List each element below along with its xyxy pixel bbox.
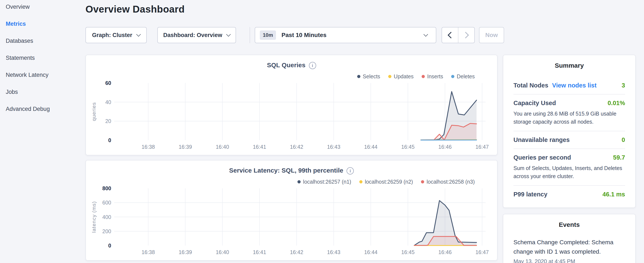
events-title: Events	[514, 221, 625, 228]
sql-queries-chart: 16:3816:3916:4016:4116:4216:4316:4416:45…	[86, 55, 498, 156]
summary-row-label: Capacity Used	[514, 100, 556, 107]
svg-text:16:42: 16:42	[290, 144, 304, 150]
svg-text:400: 400	[102, 214, 111, 220]
controls-divider	[250, 27, 250, 43]
sidebar: OverviewMetricsDatabasesStatementsNetwor…	[6, 3, 82, 122]
now-button[interactable]: Now	[479, 27, 504, 43]
chevron-down-icon	[226, 32, 231, 36]
next-time-button-disabled[interactable]	[458, 28, 474, 43]
summary-row-label: Queries per second	[514, 154, 571, 161]
dashboard-dropdown[interactable]: Dashboard: Overview	[157, 27, 236, 43]
view-nodes-list-link[interactable]: View nodes list	[552, 82, 596, 89]
summary-row-queries-per-second: Queries per second59.7Sum of Selects, Up…	[514, 149, 625, 186]
sidebar-item-overview[interactable]: Overview	[6, 3, 82, 11]
chevron-left-icon	[448, 32, 454, 38]
summary-panel: Summary Total NodesView nodes list3Capac…	[503, 55, 636, 208]
time-window-selector[interactable]: 10m Past 10 Minutes	[255, 27, 436, 43]
sidebar-item-jobs[interactable]: Jobs	[6, 88, 82, 96]
svg-text:16:39: 16:39	[178, 249, 192, 255]
time-window-badge: 10m	[260, 31, 276, 40]
sidebar-item-databases[interactable]: Databases	[6, 37, 82, 45]
summary-row-unavailable-ranges: Unavailable ranges0	[514, 131, 625, 149]
svg-text:16:47: 16:47	[476, 249, 489, 255]
svg-text:queries: queries	[91, 102, 97, 121]
summary-row-p99-latency: P99 latency46.1 ms	[514, 186, 625, 203]
time-step-button-group	[442, 27, 475, 43]
svg-text:latency (ms): latency (ms)	[91, 201, 97, 233]
graph-dropdown[interactable]: Graph: Cluster	[86, 27, 147, 43]
svg-text:16:43: 16:43	[327, 144, 340, 150]
summary-title: Summary	[514, 62, 625, 69]
summary-row-value: 0.01%	[608, 100, 625, 107]
summary-row-value: 3	[622, 82, 625, 89]
time-window-label: Past 10 Minutes	[282, 32, 424, 39]
summary-row-value: 46.1 ms	[602, 191, 625, 198]
event-timestamp: May 13, 2020 at 4:45 PM	[514, 258, 625, 263]
svg-text:40: 40	[105, 99, 111, 105]
sidebar-item-statements[interactable]: Statements	[6, 54, 82, 62]
svg-text:0: 0	[108, 242, 111, 248]
svg-text:16:38: 16:38	[142, 144, 155, 150]
svg-text:16:41: 16:41	[253, 249, 266, 255]
page: OverviewMetricsDatabasesStatementsNetwor…	[0, 0, 644, 263]
prev-time-button[interactable]	[442, 28, 458, 43]
svg-text:16:45: 16:45	[401, 249, 414, 255]
summary-row-label: P99 latency	[514, 191, 548, 198]
svg-text:20: 20	[105, 118, 111, 124]
graph-dropdown-label: Graph: Cluster	[92, 32, 132, 39]
chevron-down-icon	[424, 32, 428, 36]
svg-text:16:44: 16:44	[364, 249, 378, 255]
svg-text:16:43: 16:43	[327, 249, 340, 255]
events-list: Schema Change Completed: Schema change w…	[514, 238, 625, 263]
service-latency-chart-card: Service Latency: SQL, 99th percentilei l…	[86, 160, 498, 261]
svg-text:600: 600	[102, 200, 111, 205]
summary-row-subtext: You are using 28.6 MiB of 515.9 GiB usab…	[514, 110, 625, 126]
chevron-down-icon	[136, 32, 141, 36]
dashboard-dropdown-label: Dashboard: Overview	[163, 32, 222, 39]
service-latency-chart: 16:3816:3916:4016:4116:4216:4316:4416:45…	[86, 160, 498, 261]
svg-text:16:41: 16:41	[253, 144, 266, 150]
summary-row-value: 59.7	[613, 154, 625, 161]
sidebar-item-network-latency[interactable]: Network Latency	[6, 71, 82, 79]
summary-row-subtext: Sum of Selects, Updates, Inserts, and De…	[514, 164, 625, 180]
summary-rows: Total NodesView nodes list3Capacity Used…	[514, 77, 625, 203]
sidebar-item-advanced-debug[interactable]: Advanced Debug	[6, 105, 82, 113]
svg-text:16:38: 16:38	[142, 249, 155, 255]
svg-text:200: 200	[102, 228, 111, 234]
event-item[interactable]: Schema Change Completed: Schema change w…	[514, 238, 625, 263]
sql-queries-chart-card: SQL Queriesi SelectsUpdatesInsertsDelete…	[86, 55, 498, 155]
svg-text:16:46: 16:46	[438, 249, 452, 255]
summary-row-capacity-used: Capacity Used0.01%You are using 28.6 MiB…	[514, 95, 625, 131]
summary-row-total-nodes: Total NodesView nodes list3	[514, 77, 625, 95]
summary-row-label: Total Nodes	[514, 82, 548, 89]
svg-text:16:47: 16:47	[476, 144, 489, 150]
summary-row-value: 0	[622, 136, 625, 143]
svg-text:800: 800	[102, 185, 111, 191]
chevron-right-icon	[462, 32, 469, 38]
sidebar-item-metrics[interactable]: Metrics	[6, 20, 82, 28]
svg-text:16:39: 16:39	[178, 144, 192, 150]
svg-text:16:40: 16:40	[216, 249, 229, 255]
svg-text:16:46: 16:46	[438, 144, 452, 150]
page-title: Overview Dashboard	[86, 4, 185, 15]
svg-text:16:40: 16:40	[216, 144, 229, 150]
svg-text:0: 0	[108, 137, 111, 143]
events-panel: Events Schema Change Completed: Schema c…	[503, 214, 636, 263]
svg-text:16:44: 16:44	[364, 144, 378, 150]
event-text: Schema Change Completed: Schema change w…	[514, 238, 625, 256]
summary-row-label: Unavailable ranges	[514, 136, 570, 143]
svg-text:16:45: 16:45	[401, 144, 414, 150]
svg-text:60: 60	[105, 80, 111, 86]
svg-text:16:42: 16:42	[290, 249, 304, 255]
